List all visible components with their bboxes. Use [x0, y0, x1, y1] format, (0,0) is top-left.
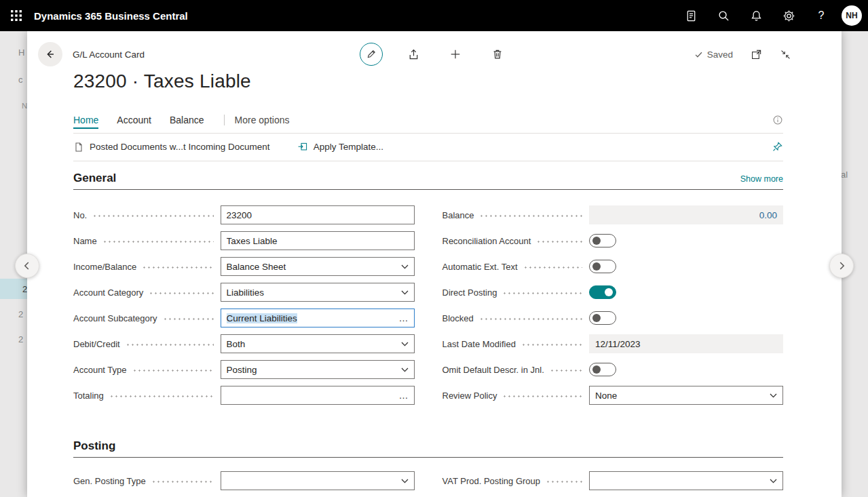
- field-label: Review Policy: [442, 391, 497, 401]
- back-button[interactable]: [38, 42, 62, 66]
- background-fragment: al: [841, 170, 848, 180]
- tab-home[interactable]: Home: [73, 107, 98, 133]
- dotted-leader: [163, 318, 214, 320]
- next-record-button[interactable]: [829, 254, 854, 278]
- select-gen-posting-type[interactable]: [221, 471, 415, 490]
- field-direct-posting: Direct Posting: [442, 279, 784, 305]
- action-apply-template[interactable]: Apply Template...: [297, 142, 383, 153]
- action-bar: Posted Documents w...t Incoming Document…: [73, 133, 783, 161]
- dotted-leader: [92, 215, 213, 217]
- field-name: NameTaxes Liable: [73, 228, 415, 254]
- help-icon: ?: [818, 9, 825, 22]
- dotted-leader: [102, 241, 214, 243]
- select-review-policy[interactable]: None: [589, 386, 783, 405]
- field-control: [221, 471, 415, 490]
- search-icon: [717, 9, 730, 22]
- tab-account[interactable]: Account: [117, 107, 151, 133]
- input-name[interactable]: Taxes Liable: [221, 231, 415, 250]
- field-reconciliation-account: Reconciliation Account: [442, 228, 784, 254]
- show-more-button[interactable]: Show more: [740, 174, 783, 184]
- open-in-new-window-button[interactable]: [751, 49, 762, 60]
- posting-fields: Gen. Posting Type VAT Prod. Posting Grou…: [73, 468, 783, 494]
- toggle-reconciliation-account[interactable]: [589, 234, 616, 247]
- general-fields: No.23200NameTaxes LiableIncome/BalanceBa…: [73, 202, 783, 408]
- apply-template-icon: [297, 142, 308, 153]
- field-control: Liabilities: [221, 283, 415, 302]
- input-no[interactable]: 23200: [221, 205, 415, 224]
- user-avatar[interactable]: NH: [842, 5, 862, 26]
- share-button[interactable]: [392, 48, 434, 61]
- chevron-down-icon: [401, 342, 409, 346]
- input-totaling[interactable]: …: [221, 386, 415, 405]
- field-label: Omit Default Descr. in Jnl.: [442, 365, 544, 375]
- background-fragment: c: [18, 75, 23, 85]
- background-fragment: 2: [0, 279, 27, 299]
- bell-icon: [750, 9, 763, 22]
- select-income-balance[interactable]: Balance Sheet: [221, 257, 415, 276]
- field-label: Debit/Credit: [73, 339, 120, 349]
- field-blocked: Blocked: [442, 305, 784, 331]
- field-control: Balance Sheet: [221, 257, 415, 276]
- field-review-policy: Review PolicyNone: [442, 382, 784, 408]
- tab-balance[interactable]: Balance: [170, 107, 204, 133]
- app-launcher-button[interactable]: [0, 0, 33, 31]
- collapse-button[interactable]: [780, 49, 791, 60]
- previous-record-button[interactable]: [15, 254, 39, 278]
- toggle-knob: [592, 314, 601, 322]
- info-button[interactable]: [772, 115, 783, 125]
- check-icon: [694, 50, 703, 59]
- back-arrow-icon: [44, 48, 56, 60]
- assist-edit-button[interactable]: …: [399, 392, 409, 399]
- select-vat-prod-posting-group[interactable]: [589, 471, 783, 490]
- action-list: Posted Documents w...t Incoming Document…: [73, 142, 411, 153]
- screen: Dynamics 365 Business Central: [0, 0, 868, 497]
- report-button[interactable]: [675, 0, 707, 31]
- field-control: [589, 260, 783, 273]
- input-account-subcategory[interactable]: Current Liabilities…: [221, 309, 415, 327]
- field-totaling: Totaling…: [73, 382, 415, 408]
- select-account-type[interactable]: Posting: [221, 360, 415, 379]
- field-no: No.23200: [73, 202, 415, 228]
- help-button[interactable]: ?: [805, 0, 837, 31]
- search-button[interactable]: [707, 0, 740, 31]
- select-debit-credit[interactable]: Both: [221, 334, 415, 353]
- select-account-category[interactable]: Liabilities: [221, 283, 415, 302]
- dotted-leader: [132, 370, 214, 372]
- background-fragment: 2: [18, 334, 23, 344]
- more-options-button[interactable]: More options: [235, 115, 290, 125]
- readonly-balance[interactable]: 0.00: [589, 205, 783, 224]
- toggle-blocked[interactable]: [589, 311, 616, 325]
- section-posting-header: Posting: [73, 439, 783, 458]
- input-value: Current Liabilities: [227, 313, 297, 323]
- save-status-label: Saved: [707, 49, 733, 60]
- tab-list: HomeAccountBalance: [73, 107, 223, 133]
- settings-button[interactable]: [772, 0, 805, 31]
- pin-button[interactable]: [772, 141, 783, 153]
- dotted-leader: [546, 481, 582, 483]
- pencil-icon: [366, 49, 377, 60]
- topbar: Dynamics 365 Business Central: [0, 0, 868, 31]
- edit-mode-button[interactable]: [350, 43, 392, 66]
- action-posted-documents-w-t-incoming-document[interactable]: Posted Documents w...t Incoming Document: [73, 142, 270, 153]
- toggle-direct-posting[interactable]: [589, 285, 616, 299]
- dotted-leader: [142, 266, 213, 269]
- toggle-knob: [605, 288, 613, 296]
- gl-account-card: G/L Account Card: [27, 31, 842, 497]
- field-control: Both: [221, 334, 415, 353]
- field-label: VAT Prod. Posting Group: [442, 476, 541, 486]
- chevron-down-icon: [401, 290, 409, 295]
- delete-button[interactable]: [476, 48, 518, 60]
- gear-icon: [782, 9, 795, 22]
- toggle-omit-default-descr-in-jnl[interactable]: [589, 363, 616, 376]
- info-icon: [772, 115, 783, 125]
- dotted-leader: [536, 241, 582, 243]
- new-button[interactable]: [434, 48, 476, 60]
- general-right-column: Balance0.00Reconciliation AccountAutomat…: [442, 202, 784, 408]
- notifications-button[interactable]: [740, 0, 772, 31]
- assist-edit-button[interactable]: …: [399, 315, 409, 321]
- dotted-leader: [151, 481, 214, 483]
- field-control: Current Liabilities…: [221, 309, 415, 327]
- field-control: [589, 285, 783, 299]
- app-launcher-icon: [11, 10, 22, 21]
- toggle-automatic-ext-text[interactable]: [589, 260, 616, 273]
